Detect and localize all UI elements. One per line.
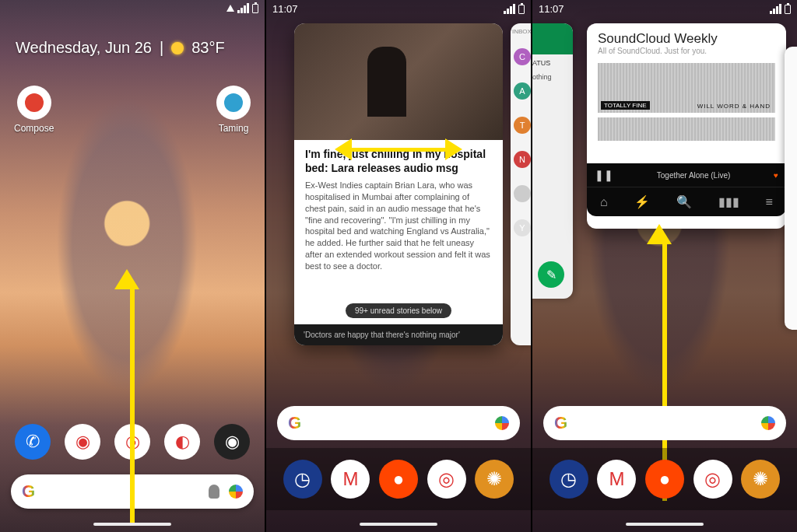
assistant-icon[interactable] (761, 416, 775, 430)
inbox-row[interactable]: N (511, 142, 531, 177)
dock-app-clock[interactable]: ◷ (549, 460, 588, 499)
pause-icon[interactable]: ❚❚ (595, 169, 613, 181)
google-logo-icon: G (22, 481, 35, 502)
bluetooth-icon (226, 5, 234, 12)
inbox-row[interactable]: C (511, 40, 531, 74)
playlist-subtitle: All of SoundCloud. Just for you. (598, 47, 775, 55)
clock-text: 11:07 (539, 3, 564, 15)
library-icon[interactable]: ▮▮▮ (718, 194, 739, 209)
phone-screen-home: Wednesday, Jun 26 | 83°F ComposeTaming ✆… (0, 0, 265, 532)
assistant-icon[interactable] (229, 485, 243, 499)
google-logo-icon: G (288, 413, 301, 433)
article-subhead: 'Doctors are happy that there's nothing … (294, 324, 503, 345)
green-header (531, 23, 573, 54)
dock-app-circle[interactable]: ◎ (427, 460, 466, 499)
search-icon[interactable]: 🔍 (676, 194, 692, 209)
battery-icon (518, 5, 525, 14)
inbox-row[interactable]: A (511, 74, 531, 108)
date-weather-widget[interactable]: Wednesday, Jun 26 | 83°F (16, 39, 225, 57)
google-logo-icon: G (554, 413, 567, 433)
dock-app-sun[interactable]: ✺ (475, 460, 514, 499)
signal-icon (504, 4, 515, 14)
home-shortcuts: ComposeTaming (0, 86, 265, 134)
dock-app-gmail[interactable]: M (331, 460, 370, 499)
signal-icon (770, 4, 781, 14)
album-artwork-2 (598, 117, 775, 141)
dock-app-reddit[interactable]: ● (645, 460, 684, 499)
article-body: Ex-West Indies captain Brian Lara, who w… (305, 180, 492, 272)
signal-icon (237, 3, 249, 13)
inbox-label: INBOX (511, 23, 531, 40)
peek-header-text: ATUS (531, 54, 573, 72)
home-icon[interactable]: ⌂ (600, 195, 608, 209)
like-icon[interactable]: ♥ (774, 171, 778, 180)
google-search-bar[interactable]: G (277, 406, 520, 440)
gesture-nav-pill[interactable] (93, 523, 171, 526)
status-bar: 11:07 (272, 3, 525, 15)
home-shortcut-compose[interactable]: Compose (14, 86, 54, 134)
gesture-nav-pill[interactable] (360, 523, 437, 526)
favorites-dock: ✆◉◎◐◉ (8, 420, 257, 464)
now-playing-title: Together Alone (Live) (613, 171, 774, 180)
dock-app-circle[interactable]: ◎ (693, 460, 732, 499)
dock-app-gmail[interactable]: M (597, 460, 636, 499)
compose-fab[interactable]: ✎ (538, 261, 564, 288)
home-shortcut-taming[interactable]: Taming (216, 86, 251, 134)
phone-screen-recents: 11:07 I'm fine, just chilling in my hosp… (265, 0, 531, 532)
dock-app-sun[interactable]: ✺ (741, 460, 780, 499)
favorites-dock: ◷M●◎✺ (266, 448, 531, 510)
dock-app-camera[interactable]: ◉ (214, 424, 250, 460)
status-bar: 11:07 (539, 3, 791, 15)
album-artwork: TOTALLY FINE WILL WORD & HAND (598, 63, 775, 113)
recent-app-card-messaging-peek[interactable]: ATUS othing ✎ (531, 23, 573, 299)
battery-icon (252, 4, 258, 13)
google-search-bar[interactable]: G (543, 406, 786, 440)
artwork-tag: TOTALLY FINE (601, 101, 650, 110)
menu-icon[interactable]: ≡ (766, 195, 773, 209)
favorites-dock: ◷M●◎✺ (532, 448, 797, 510)
temperature-text: 83°F (191, 39, 224, 57)
gesture-nav-pill[interactable] (626, 523, 704, 526)
peek-item-text: othing (531, 72, 573, 82)
clock-text: 11:07 (272, 3, 298, 15)
recent-app-card-right-peek[interactable] (785, 47, 797, 330)
inbox-row[interactable] (511, 177, 531, 211)
stream-icon[interactable]: ⚡ (634, 194, 650, 209)
article-title: I'm fine, just chilling in my hospital b… (305, 148, 492, 175)
inbox-row[interactable]: T (511, 108, 531, 142)
playlist-title: SoundCloud Weekly (598, 31, 775, 47)
recent-app-card-news[interactable]: I'm fine, just chilling in my hospital b… (294, 23, 503, 345)
battery-icon (785, 5, 791, 14)
date-text: Wednesday, Jun 26 (16, 39, 152, 57)
mic-icon[interactable] (209, 485, 219, 499)
artwork-band-name: WILL WORD & HAND (697, 103, 771, 110)
status-bar (6, 3, 258, 13)
dock-app-messenger[interactable]: ◉ (65, 424, 100, 460)
sun-icon (171, 42, 184, 54)
inbox-row[interactable]: Y (511, 211, 531, 245)
phone-screen-recents-2: 11:07 ATUS othing ✎ SoundCloud Weekly Al… (531, 0, 797, 532)
dock-app-phone[interactable]: ✆ (15, 424, 51, 460)
assistant-icon[interactable] (495, 416, 509, 430)
unread-chip[interactable]: 99+ unread stories below (346, 303, 451, 318)
article-hero-image (294, 23, 503, 140)
recent-app-card-gmail-peek[interactable]: INBOX CATNY (511, 23, 531, 345)
google-search-bar[interactable]: G (11, 474, 254, 509)
dock-app-reddit[interactable]: ● (379, 460, 418, 499)
dock-app-target[interactable]: ◎ (114, 424, 150, 460)
dock-app-clock[interactable]: ◷ (283, 460, 322, 499)
dock-app-chrome[interactable]: ◐ (164, 424, 200, 460)
mini-player[interactable]: ❚❚ Together Alone (Live) ♥ ⌂ ⚡ 🔍 ▮▮▮ ≡ (587, 163, 786, 216)
